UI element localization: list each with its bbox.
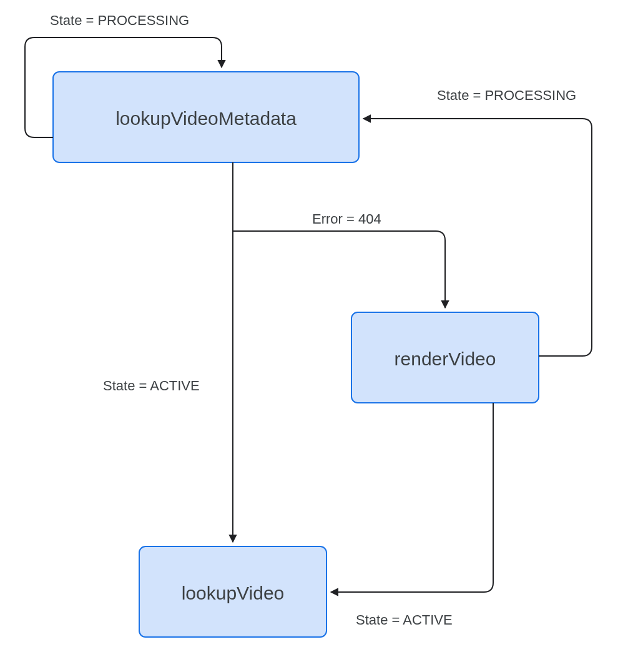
edge-render-to-lookup-active: State = ACTIVE	[331, 403, 493, 628]
edge-metadata-to-render-404-label: Error = 404	[312, 211, 381, 227]
edge-metadata-to-render-404: Error = 404	[233, 211, 445, 308]
node-lookupVideoMetadata: lookupVideoMetadata	[53, 72, 359, 162]
node-renderVideo: renderVideo	[351, 312, 539, 403]
edge-render-to-metadata-processing-label: State = PROCESSING	[437, 87, 576, 103]
edge-render-to-lookup-active-label: State = ACTIVE	[356, 612, 453, 628]
node-lookupVideo-label: lookupVideo	[182, 583, 285, 603]
edge-self-processing-label: State = PROCESSING	[50, 12, 189, 28]
node-lookupVideoMetadata-label: lookupVideoMetadata	[115, 108, 297, 129]
edge-metadata-to-lookup-active-label: State = ACTIVE	[103, 378, 200, 393]
edge-metadata-to-lookup-active: State = ACTIVE	[103, 162, 233, 542]
state-diagram: lookupVideoMetadata renderVideo lookupVi…	[0, 0, 628, 672]
node-renderVideo-label: renderVideo	[395, 348, 496, 369]
node-lookupVideo: lookupVideo	[139, 546, 326, 637]
